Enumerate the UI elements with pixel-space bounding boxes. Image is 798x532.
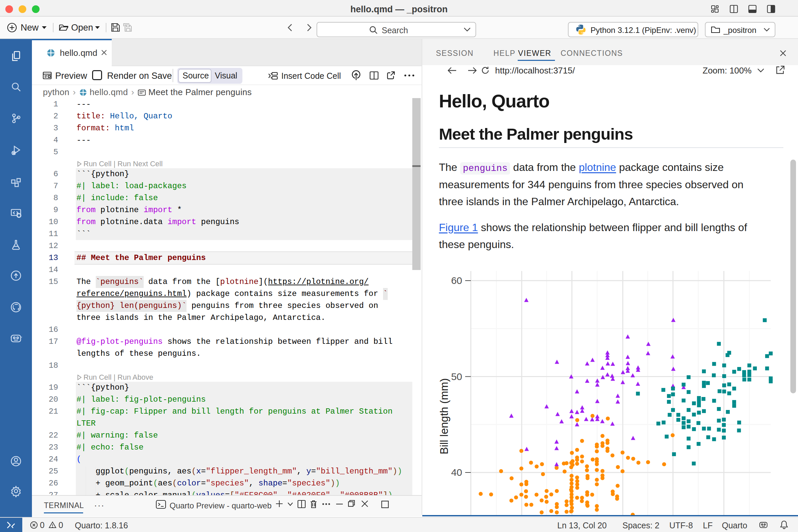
svg-text:0: 0	[58, 520, 63, 530]
svg-text:Open: Open	[71, 23, 93, 33]
svg-text:60: 60	[451, 275, 462, 286]
svg-text:Bill length (mm): Bill length (mm)	[438, 378, 450, 454]
svg-text:50: 50	[451, 371, 462, 382]
svg-text:40: 40	[451, 467, 462, 478]
svg-text:New: New	[21, 23, 39, 33]
svg-text:0: 0	[40, 520, 44, 530]
